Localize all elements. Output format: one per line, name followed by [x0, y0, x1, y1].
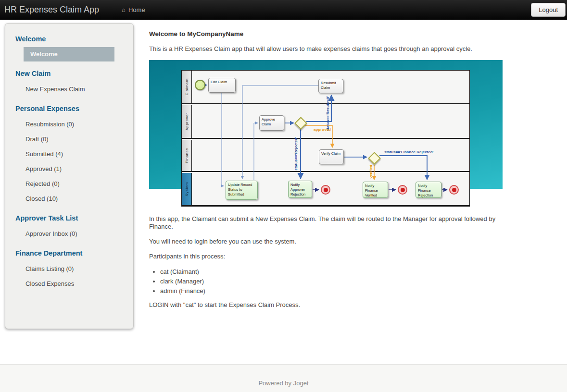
- sidebar-item-closed-expenses[interactable]: Closed Expenses: [5, 276, 133, 291]
- bpmn-panel: Claimant Approver Finance System: [181, 70, 470, 207]
- top-navbar: HR Expenses Claim App ⌂ Home Logout: [0, 0, 567, 20]
- home-link-label: Home: [128, 6, 145, 13]
- task-approve-claim: Approve Claim: [259, 115, 284, 131]
- sidebar-section-new-claim: New Claim New Expenses Claim: [5, 70, 133, 97]
- participant-admin: admin (Finance): [160, 287, 503, 295]
- page-title: Welcome to MyCompanyName: [149, 30, 503, 37]
- sidebar-section-approver-task-list: Approver Task List Approver Inbox (0): [5, 214, 133, 241]
- start-event-icon: [195, 80, 205, 90]
- sidebar-section-welcome: Welcome Welcome: [5, 35, 133, 61]
- edge-label-verified: verified: [369, 165, 373, 178]
- end-event-icon-2: [398, 185, 407, 195]
- page-footer: Powered by Joget: [0, 364, 567, 392]
- sidebar-item-claims-listing[interactable]: Claims Listing (0): [5, 261, 133, 276]
- sidebar-section-personal-expenses: Personal Expenses Resubmission (0) Draft…: [5, 105, 133, 206]
- sidebar-heading-new-claim: New Claim: [5, 70, 133, 82]
- process-diagram-image: Claimant Approver Finance System: [149, 60, 503, 207]
- paragraph-participants: Participants in this process:: [149, 253, 503, 260]
- edge-label-finance-rejected: status=='Finance Rejected': [384, 150, 434, 154]
- task-resubmit-claim: Resubmit Claim: [318, 79, 343, 93]
- edge-label-resubmit: status=='Resubmit': [326, 96, 330, 131]
- task-verify-claim: Verify Claim: [319, 149, 344, 164]
- sidebar-heading-approver-task-list: Approver Task List: [5, 214, 133, 226]
- home-link[interactable]: ⌂ Home: [122, 6, 145, 13]
- sidebar-heading-finance-department: Finance Department: [5, 249, 133, 261]
- app-title[interactable]: HR Expenses Claim App: [4, 5, 99, 15]
- home-icon: ⌂: [122, 6, 126, 13]
- participants-list: cat (Claimant) clark (Manager) admin (Fi…: [149, 268, 503, 295]
- participant-cat: cat (Claimant): [160, 268, 503, 276]
- sidebar-item-welcome[interactable]: Welcome: [24, 47, 114, 61]
- edge-label-approved: approved: [314, 127, 331, 132]
- task-update-record: Update Record Status to Submitted: [226, 181, 258, 200]
- task-edit-claim: Edit Claim: [208, 78, 236, 93]
- edge-label-rejected: status=='Rejected': [294, 137, 298, 171]
- sidebar-section-finance-department: Finance Department Claims Listing (0) Cl…: [5, 249, 133, 291]
- paragraph-login-cat: LOGIN with "cat" to start the Expenses C…: [149, 301, 503, 309]
- intro-paragraph: This is a HR Expenses Claim app that wil…: [149, 45, 503, 53]
- sidebar-item-approver-inbox[interactable]: Approver Inbox (0): [5, 226, 133, 241]
- sidebar-item-rejected[interactable]: Rejected (0): [5, 176, 133, 191]
- sidebar-heading-personal-expenses: Personal Expenses: [5, 105, 133, 117]
- sidebar-menu: Welcome Welcome New Claim New Expenses C…: [5, 23, 134, 329]
- end-event-icon-1: [321, 185, 330, 195]
- main-content: Welcome to MyCompanyName This is a HR Ex…: [149, 30, 503, 316]
- task-notify-approver-rejection: Notify Approver Rejection: [288, 181, 312, 198]
- sidebar-item-new-expenses-claim[interactable]: New Expenses Claim: [5, 82, 133, 97]
- sidebar-heading-welcome: Welcome: [5, 35, 133, 47]
- sidebar-item-approved[interactable]: Approved (1): [5, 161, 133, 176]
- sidebar-item-submitted[interactable]: Submitted (4): [5, 147, 133, 161]
- participant-clark: clark (Manager): [160, 277, 503, 285]
- paragraph-login-required: You will need to login before you can us…: [149, 238, 503, 245]
- end-event-icon-3: [449, 185, 459, 195]
- logout-button[interactable]: Logout: [531, 3, 566, 17]
- sidebar-item-draft[interactable]: Draft (0): [5, 132, 133, 147]
- powered-by-text: Powered by Joget: [0, 380, 567, 387]
- paragraph-routing: In this app, the Claimant can submit a N…: [149, 215, 503, 231]
- task-notify-finance-verified: Notify Finance Verified: [363, 182, 388, 198]
- task-notify-finance-rejection: Notify Finance Rejection: [416, 182, 441, 198]
- sidebar-item-resubmission[interactable]: Resubmission (0): [5, 117, 133, 132]
- sidebar-item-closed[interactable]: Closed (10): [5, 191, 133, 206]
